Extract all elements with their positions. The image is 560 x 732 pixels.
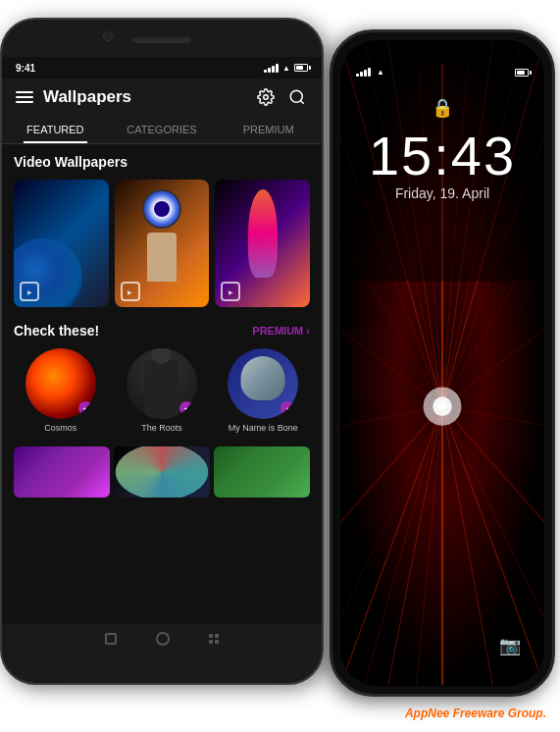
banner-row	[14, 446, 310, 497]
cosmos-badge	[78, 401, 92, 415]
video-play-icon-3[interactable]	[221, 282, 240, 301]
person-head	[152, 348, 172, 364]
iphone-screen: ▲ 🔒 15:43 Friday, 19. April 📷	[340, 40, 544, 686]
roots-badge	[179, 401, 193, 415]
android-nav-bar	[2, 624, 322, 654]
check-section-title: Check these!	[14, 323, 99, 339]
svg-point-0	[264, 95, 269, 100]
flame-shape	[248, 189, 278, 278]
status-time: 9:41	[16, 63, 35, 74]
android-screen: 9:41 ▲ Wallpapers	[2, 57, 322, 654]
iphone-battery-icon	[515, 69, 529, 77]
bone-badge	[280, 401, 294, 415]
nav-back-button[interactable]	[105, 633, 117, 645]
app-title: Wallpapers	[43, 87, 245, 107]
svg-line-13	[388, 406, 442, 686]
svg-line-8	[442, 330, 544, 407]
android-phone: 9:41 ▲ Wallpapers	[0, 18, 324, 685]
svg-line-25	[417, 406, 442, 686]
iphone-signal-icon	[356, 68, 371, 77]
app-content: Video Wallpapers	[2, 144, 322, 507]
iphone-signal-icons: ▲	[356, 68, 384, 77]
circle-item-cosmos[interactable]: Cosmos	[14, 348, 107, 433]
video-section-title: Video Wallpapers	[14, 154, 310, 170]
svg-point-1	[290, 90, 302, 102]
iphone-status-bar: ▲	[340, 68, 544, 77]
circle-items-row: Cosmos The Roots My	[14, 348, 310, 433]
search-icon[interactable]	[286, 86, 308, 108]
svg-line-10	[442, 406, 544, 686]
video-thumbnails-row	[14, 180, 310, 307]
status-bar: 9:41 ▲	[2, 57, 322, 78]
tab-premium[interactable]: PREMIUM	[215, 116, 322, 143]
settings-icon[interactable]	[255, 86, 277, 108]
iphone-battery-area	[515, 68, 529, 77]
svg-line-16	[340, 330, 442, 407]
roots-image	[127, 348, 197, 419]
eye-hand-decoration	[132, 189, 191, 288]
brand-text: AppNee Freeware Group.	[405, 706, 546, 720]
banner-purple[interactable]	[14, 446, 110, 497]
svg-line-27	[340, 406, 442, 618]
video-play-icon-2[interactable]	[121, 282, 140, 301]
svg-line-14	[340, 406, 442, 686]
iphone-inner: ▲ 🔒 15:43 Friday, 19. April 📷	[340, 40, 544, 686]
tab-categories[interactable]: CATEGORIES	[109, 116, 216, 143]
check-header: Check these! PREMIUM ›	[14, 323, 310, 339]
video-play-icon-1[interactable]	[20, 282, 39, 301]
svg-line-11	[442, 406, 493, 686]
android-speaker	[132, 37, 191, 43]
skull-decoration	[241, 356, 285, 400]
svg-line-24	[442, 406, 544, 618]
battery-icon	[294, 64, 308, 72]
cosmos-image	[25, 348, 96, 419]
nav-home-button[interactable]	[156, 632, 170, 646]
tab-featured[interactable]: FEATURED	[2, 116, 109, 143]
video-thumb-flame[interactable]	[215, 180, 310, 307]
svg-line-15	[340, 406, 442, 522]
person-decoration	[144, 360, 178, 419]
wifi-icon: ▲	[282, 64, 290, 73]
status-icons: ▲	[264, 64, 308, 73]
svg-line-26	[364, 406, 442, 686]
lock-date: Friday, 19. April	[340, 185, 544, 201]
android-front-camera	[103, 31, 113, 41]
roots-label: The Roots	[141, 423, 182, 433]
iphone: ▲ 🔒 15:43 Friday, 19. April 📷	[330, 29, 555, 697]
lock-time: 15:43	[340, 124, 544, 187]
banner-liquid[interactable]	[114, 446, 210, 497]
hamburger-menu-icon[interactable]	[16, 91, 33, 103]
app-header: Wallpapers	[2, 78, 322, 116]
svg-point-32	[438, 402, 446, 410]
cosmos-label: Cosmos	[44, 423, 76, 433]
svg-line-9	[442, 406, 544, 522]
iphone-notch	[393, 40, 491, 64]
iphone-vol-down	[330, 187, 331, 215]
bone-image	[228, 348, 298, 419]
signal-icon	[264, 64, 279, 73]
premium-link[interactable]: PREMIUM ›	[252, 325, 310, 337]
video-thumb-eye[interactable]	[115, 180, 210, 307]
nav-recents-button[interactable]	[209, 634, 219, 644]
flame-decoration	[243, 189, 282, 297]
lock-camera-icon[interactable]: 📷	[499, 635, 521, 656]
iphone-vol-up	[330, 150, 331, 178]
eye-decoration	[142, 189, 181, 229]
iphone-wifi-icon: ▲	[377, 68, 384, 77]
banner-nature[interactable]	[214, 446, 310, 497]
video-thumb-space[interactable]	[14, 180, 109, 307]
hand-decoration	[147, 233, 177, 282]
iphone-power	[553, 170, 555, 219]
app-tabs: FEATURED CATEGORIES PREMIUM	[2, 116, 322, 144]
circle-item-roots[interactable]: The Roots	[115, 348, 208, 433]
bone-label: My Name is Bone	[229, 423, 298, 433]
circle-item-bone[interactable]: My Name is Bone	[217, 348, 310, 433]
lock-icon: 🔒	[432, 97, 453, 119]
